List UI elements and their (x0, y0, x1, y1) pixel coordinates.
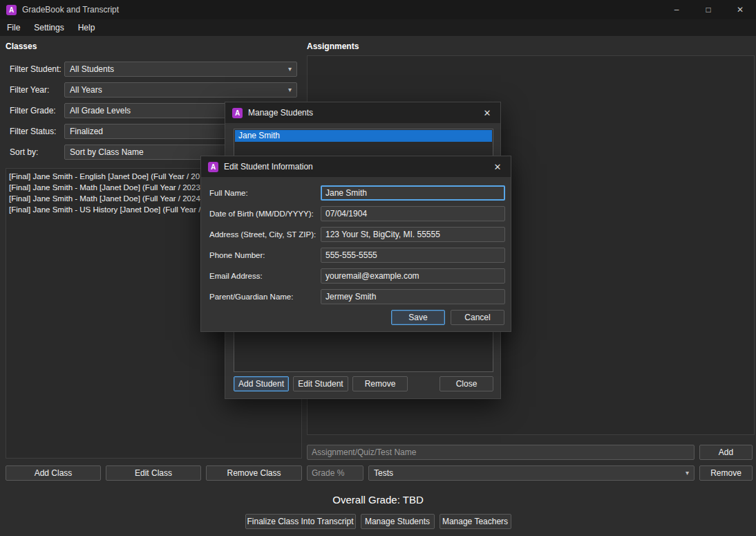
address-input[interactable] (321, 227, 505, 242)
menu-settings[interactable]: Settings (27, 19, 70, 36)
filter-student-select[interactable]: All Students ▾ (64, 62, 297, 77)
grade-percent-input[interactable] (307, 465, 363, 481)
email-address-input[interactable] (321, 268, 505, 284)
classes-panel-title: Classes (6, 41, 37, 51)
close-dialog-button[interactable]: Close (440, 376, 493, 391)
guardian-name-input[interactable] (321, 289, 505, 304)
address-label: Address (Street, City, ST ZIP): (209, 227, 316, 242)
close-icon[interactable]: ✕ (474, 102, 500, 123)
manage-students-button[interactable]: Manage Students (361, 514, 435, 529)
chevron-down-icon: ▾ (284, 66, 292, 73)
filter-student-label: Filter Student: (10, 62, 62, 77)
save-button[interactable]: Save (391, 310, 445, 325)
filter-year-label: Filter Year: (10, 82, 49, 98)
menubar: File Settings Help (0, 19, 756, 36)
phone-number-label: Phone Number: (209, 248, 265, 263)
sort-by-label: Sort by: (10, 145, 38, 160)
finalize-transcript-button[interactable]: Finalize Class Into Transcript (245, 514, 356, 529)
titlebar: A GradeBook and Transcript – □ ✕ (0, 0, 756, 19)
assignment-type-select[interactable]: Tests ▾ (368, 465, 694, 481)
date-of-birth-input[interactable] (321, 206, 505, 221)
chevron-down-icon: ▾ (681, 470, 689, 477)
filter-grade-label: Filter Grade: (10, 103, 56, 118)
full-name-input[interactable] (321, 185, 505, 201)
app-icon: A (208, 162, 218, 172)
app-icon: A (232, 108, 243, 118)
window-title: GradeBook and Transcript (22, 5, 119, 15)
chevron-down-icon: ▾ (284, 86, 292, 93)
full-name-label: Full Name: (209, 185, 248, 201)
sort-by-value: Sort by Class Name (70, 147, 144, 157)
filter-student-value: All Students (70, 64, 114, 74)
edit-class-button[interactable]: Edit Class (106, 465, 201, 481)
email-address-label: Email Address: (209, 268, 263, 284)
add-assignment-button[interactable]: Add (699, 445, 753, 460)
filter-year-value: All Years (70, 85, 102, 95)
footer-buttons: Finalize Class Into Transcript Manage St… (0, 514, 756, 529)
filter-status-label: Filter Status: (10, 124, 56, 139)
phone-number-input[interactable] (321, 248, 505, 263)
add-student-button[interactable]: Add Student (234, 376, 289, 391)
student-row-selected[interactable]: Jane Smith (235, 130, 492, 142)
manage-students-dialog-title: Manage Students (248, 108, 313, 118)
add-class-button[interactable]: Add Class (6, 465, 101, 481)
assignment-type-value: Tests (374, 468, 393, 478)
assignment-name-input[interactable] (307, 445, 694, 460)
filter-grade-value: All Grade Levels (70, 106, 131, 115)
app-window: A GradeBook and Transcript – □ ✕ File Se… (0, 0, 756, 536)
minimize-button[interactable]: – (661, 0, 692, 19)
assignments-panel-title: Assignments (307, 41, 359, 51)
manage-students-dialog-titlebar: A Manage Students ✕ (225, 102, 500, 123)
edit-student-dialog-titlebar: A Edit Student Information ✕ (201, 156, 511, 177)
edit-student-button[interactable]: Edit Student (293, 376, 348, 391)
window-controls: – □ ✕ (661, 0, 756, 19)
overall-grade-text: Overall Grade: TBD (0, 494, 756, 506)
close-icon[interactable]: ✕ (484, 156, 511, 177)
menu-help[interactable]: Help (71, 19, 102, 36)
manage-teachers-button[interactable]: Manage Teachers (440, 514, 511, 529)
close-button[interactable]: ✕ (724, 0, 756, 19)
edit-student-dialog: A Edit Student Information ✕ Full Name: … (200, 156, 511, 332)
filter-year-select[interactable]: All Years ▾ (64, 82, 297, 98)
menu-file[interactable]: File (0, 19, 27, 36)
app-icon: A (6, 5, 17, 15)
filter-status-value: Finalized (70, 127, 103, 136)
maximize-button[interactable]: □ (692, 0, 724, 19)
guardian-name-label: Parent/Guardian Name: (209, 289, 293, 304)
remove-assignment-button[interactable]: Remove (699, 465, 753, 481)
date-of-birth-label: Date of Birth (MM/DD/YYYY): (209, 206, 314, 221)
edit-student-dialog-title: Edit Student Information (224, 162, 313, 172)
remove-student-button[interactable]: Remove (352, 376, 408, 391)
remove-class-button[interactable]: Remove Class (206, 465, 302, 481)
cancel-button[interactable]: Cancel (451, 310, 504, 325)
